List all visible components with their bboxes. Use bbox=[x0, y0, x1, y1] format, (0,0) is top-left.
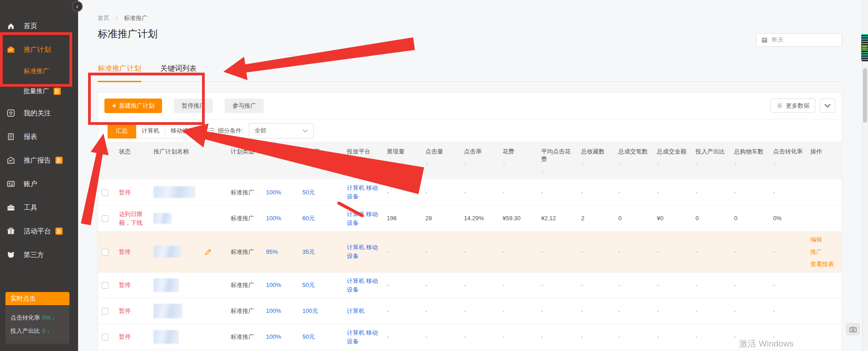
metric-cell-3: - bbox=[499, 324, 538, 350]
column-label: 投入产出比 bbox=[695, 148, 727, 155]
daily-limit-cell[interactable]: 60元 bbox=[299, 205, 343, 231]
column-label: 点击量 bbox=[425, 148, 457, 155]
column-header-3: 分时折扣 bbox=[262, 142, 299, 179]
metric-cell-5: - bbox=[577, 179, 615, 205]
sidebar-item-promo-report[interactable]: 推广报告 新 bbox=[0, 148, 78, 172]
column-header-15: 总购物车数↑ bbox=[730, 142, 769, 179]
action-link[interactable]: 编辑 bbox=[810, 235, 822, 244]
sort-arrow-icon[interactable]: ↑ bbox=[734, 161, 766, 168]
status-cell: 达到日限额，下线 bbox=[115, 205, 150, 231]
column-header-8: 点击率↑ bbox=[460, 142, 499, 179]
metric-cell-9: - bbox=[730, 231, 769, 272]
tab-keyword-list[interactable]: 关键词列表 bbox=[160, 64, 197, 81]
actions-cell bbox=[807, 298, 842, 324]
row-checkbox[interactable] bbox=[102, 249, 108, 256]
table-row: 暂停标准推广95%35元计算机 移动设备-----------编辑推广查看报表 bbox=[98, 231, 842, 272]
scrollbar-thumb[interactable] bbox=[863, 68, 867, 123]
sidebar-item-account[interactable]: 账户 bbox=[0, 172, 78, 196]
select-all-checkbox[interactable] bbox=[102, 148, 108, 155]
daily-limit-cell[interactable]: 50元 bbox=[299, 179, 343, 205]
metric-cell-10: - bbox=[769, 179, 807, 205]
sidebar-item-third-party[interactable]: 第三方 bbox=[0, 243, 78, 267]
platform-cell[interactable]: 计算机 移动设备 bbox=[343, 272, 383, 298]
sidebar-item-home[interactable]: 首页 bbox=[0, 14, 78, 38]
metric-cell-6: - bbox=[615, 298, 653, 324]
metric-cell-4: ¥2.12 bbox=[538, 205, 577, 231]
row-checkbox[interactable] bbox=[102, 308, 108, 315]
sort-arrow-icon[interactable]: ↑ bbox=[387, 161, 418, 168]
sidebar-collapse-button[interactable]: ‹ bbox=[72, 1, 83, 12]
pause-promo-button[interactable]: 暂停推广 bbox=[174, 99, 213, 113]
platform-cell[interactable]: 计算机 移动设备 bbox=[343, 179, 383, 205]
row-checkbox[interactable] bbox=[102, 334, 108, 341]
metric-cell-5: - bbox=[577, 298, 615, 324]
platform-cell[interactable]: 计算机 bbox=[343, 298, 383, 324]
sort-arrow-icon[interactable]: ↑ bbox=[695, 161, 727, 168]
column-header-2: 计划类型 bbox=[227, 142, 262, 179]
row-checkbox[interactable] bbox=[102, 282, 108, 289]
sort-arrow-icon[interactable]: ↑ bbox=[773, 161, 803, 168]
row-checkbox[interactable] bbox=[102, 189, 108, 196]
platform-cell[interactable]: 计算机 移动设备 bbox=[343, 231, 383, 272]
more-data-button[interactable]: 更多数据 bbox=[770, 99, 815, 113]
plan-name-cell bbox=[150, 324, 227, 350]
sidebar-item-reports[interactable]: 报表 bbox=[0, 125, 78, 148]
sidebar-item-standard-promo[interactable]: 标准推广 bbox=[0, 61, 78, 81]
sidebar-item-label: 工具 bbox=[24, 203, 37, 212]
metric-cell-9: 0 bbox=[730, 205, 769, 231]
metric-cell-4: - bbox=[538, 179, 577, 205]
column-header-6: 展现量↑ bbox=[383, 142, 422, 179]
daily-limit-cell[interactable]: 100元 bbox=[299, 298, 343, 324]
time-discount-cell[interactable]: 100% bbox=[262, 298, 299, 324]
edit-pencil-icon[interactable] bbox=[205, 248, 212, 255]
daily-limit-cell[interactable]: 50元 bbox=[299, 272, 343, 298]
sort-arrow-icon[interactable]: ↑ bbox=[503, 161, 534, 168]
expand-toolbar-button[interactable] bbox=[820, 99, 835, 113]
time-discount-cell[interactable]: 100% bbox=[262, 272, 299, 298]
sort-arrow-icon[interactable]: ↑ bbox=[657, 161, 688, 168]
sort-arrow-icon[interactable]: ↑ bbox=[464, 161, 495, 168]
time-discount-cell[interactable]: 100% bbox=[262, 205, 299, 231]
segment-summary[interactable]: 汇总 bbox=[108, 123, 136, 138]
time-discount-cell[interactable]: 100% bbox=[262, 179, 299, 205]
sidebar-item-tools[interactable]: 工具 bbox=[0, 196, 78, 219]
row-checkbox[interactable] bbox=[102, 215, 108, 222]
date-range-picker[interactable]: 昨天 bbox=[756, 33, 842, 47]
platform-cell[interactable]: 计算机 移动设备 bbox=[343, 324, 383, 350]
sidebar-item-campaigns[interactable]: 推广计划 bbox=[0, 38, 78, 61]
join-promo-button[interactable]: 参与推广 bbox=[225, 99, 264, 113]
plans-table: 状态推广计划名称计划类型分时折扣日限额投放平台展现量↑点击量↑点击率↑花费↑平均… bbox=[98, 142, 842, 351]
metric-cell-2: - bbox=[460, 231, 499, 272]
sort-arrow-icon[interactable]: ↑ bbox=[425, 161, 457, 168]
daily-limit-cell[interactable]: 50元 bbox=[299, 324, 343, 350]
sidebar-item-activity-platform[interactable]: 活动平台 新 bbox=[0, 219, 78, 243]
action-link[interactable]: 查看报表 bbox=[810, 260, 834, 268]
time-discount-cell[interactable]: 100% bbox=[262, 324, 299, 350]
screenshot-camera-button[interactable] bbox=[846, 323, 860, 335]
metric-cell-9: - bbox=[730, 179, 769, 205]
metric-cell-5: 2 bbox=[577, 205, 615, 231]
time-discount-cell[interactable]: 95% bbox=[262, 231, 299, 272]
metric-cell-6: 0 bbox=[615, 205, 653, 231]
new-plan-button[interactable]: + 新建推广计划 bbox=[104, 99, 162, 113]
platform-cell[interactable]: 计算机 移动设备 bbox=[343, 205, 383, 231]
sidebar-item-label: 批量推广 bbox=[24, 87, 49, 95]
metric-cell-2: 14.29% bbox=[460, 205, 499, 231]
column-label: 展现量 bbox=[387, 148, 418, 155]
condition-select[interactable]: 全部 bbox=[249, 123, 314, 138]
sort-arrow-icon[interactable]: ↑ bbox=[618, 161, 650, 168]
action-link[interactable]: 推广 bbox=[810, 247, 822, 256]
sort-arrow-icon[interactable]: ↑ bbox=[581, 161, 611, 168]
daily-limit-cell[interactable]: 35元 bbox=[299, 231, 343, 272]
metric-cell-7: - bbox=[653, 179, 692, 205]
segment-mobile[interactable]: 移动设备 bbox=[165, 123, 200, 138]
sidebar-item-favorites[interactable]: 我的关注 bbox=[0, 101, 78, 125]
sort-arrow-icon[interactable]: ↑ bbox=[541, 169, 574, 175]
tab-standard-plans[interactable]: 标准推广计划 bbox=[98, 64, 141, 81]
segment-computer[interactable]: 计算机 bbox=[136, 123, 165, 138]
page-title: 标准推广计划 bbox=[98, 27, 158, 41]
breadcrumb-home-link[interactable]: 首页 bbox=[98, 15, 109, 21]
sidebar-item-batch-promo[interactable]: 批量推广 新 bbox=[0, 81, 78, 101]
metric-cell-6: - bbox=[615, 179, 653, 205]
browser-extension-handle[interactable] bbox=[861, 34, 868, 61]
